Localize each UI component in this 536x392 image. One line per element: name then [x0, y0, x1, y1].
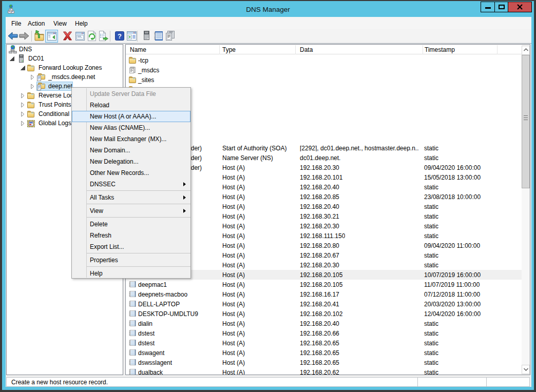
svg-text:?: ? — [118, 32, 122, 40]
